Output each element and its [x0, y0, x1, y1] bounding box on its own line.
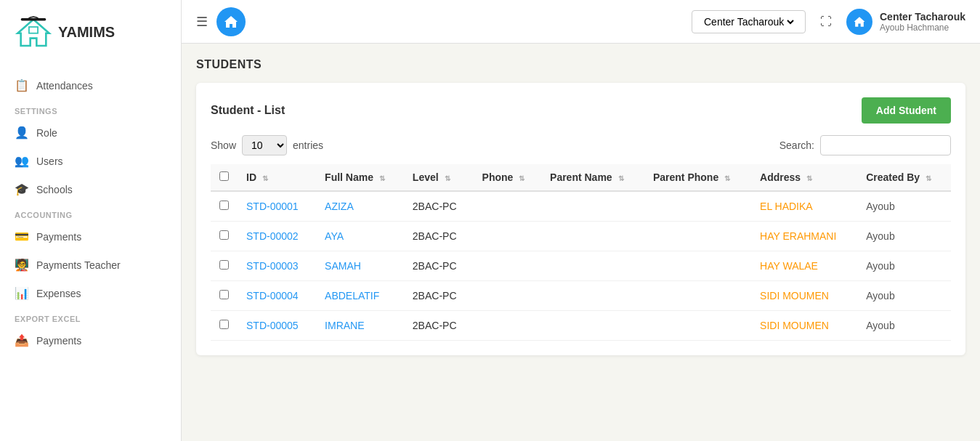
row-checkbox-cell — [211, 222, 238, 251]
sidebar-item-payments[interactable]: 💳 Payments — [0, 222, 181, 251]
phone-sort-icon[interactable]: ⇅ — [519, 174, 525, 182]
show-label: Show — [211, 139, 236, 151]
sidebar-item-schools[interactable]: 🎓 Schools — [0, 175, 181, 203]
table-row: STD-00005 IMRANE 2BAC-PC SIDI MOUMEN Ayo… — [211, 311, 951, 341]
search-input[interactable] — [820, 135, 951, 155]
row-checkbox-cell — [211, 281, 238, 311]
sidebar-nav: 📋 Attendances SETTINGS 👤 Role 👥 Users 🎓 … — [0, 64, 181, 441]
header-row: ID ⇅ Full Name ⇅ Level ⇅ Phone — [211, 164, 951, 191]
row-parent-name — [541, 191, 644, 222]
fullscreen-icon[interactable]: ⛶ — [814, 10, 838, 33]
logo-icon — [15, 13, 52, 51]
sidebar-item-label: Payments Teacher — [36, 259, 121, 271]
export-excel-section-label: EXPORT EXCEL — [0, 307, 181, 326]
col-level: Level ⇅ — [404, 164, 474, 191]
row-full-name[interactable]: ABDELATIF — [316, 281, 404, 311]
logo-area: YAMIMS — [0, 0, 181, 64]
col-parent-name-label: Parent Name — [550, 171, 612, 183]
row-address: HAY ERAHMANI — [751, 222, 857, 251]
table-row: STD-00004 ABDELATIF 2BAC-PC SIDI MOUMEN … — [211, 281, 951, 311]
sidebar-item-expenses[interactable]: 📊 Expenses — [0, 279, 181, 307]
main-area: ☰ Center Tacharouk ⛶ Center Tacharouk Ay… — [182, 0, 980, 441]
students-table: ID ⇅ Full Name ⇅ Level ⇅ Phone — [211, 164, 951, 341]
row-phone — [474, 222, 541, 251]
svg-rect-1 — [29, 27, 38, 33]
row-created-by: Ayoub — [857, 251, 951, 281]
row-checkbox[interactable] — [219, 230, 229, 240]
table-controls: Show 10 25 50 100 entries Search: — [211, 135, 951, 155]
row-full-name[interactable]: AYA — [316, 222, 404, 251]
sidebar-item-label: Payments — [36, 335, 81, 347]
expenses-icon: 📊 — [15, 286, 29, 300]
sidebar-item-role[interactable]: 👤 Role — [0, 118, 181, 147]
row-id[interactable]: STD-00004 — [238, 281, 316, 311]
user-text-info: Center Tacharouk Ayoub Hachmane — [880, 11, 965, 33]
search-label: Search: — [779, 139, 814, 151]
address-sort-icon[interactable]: ⇅ — [806, 174, 812, 182]
row-level: 2BAC-PC — [404, 311, 474, 341]
entries-select[interactable]: 10 25 50 100 — [242, 135, 287, 155]
col-phone-label: Phone — [482, 171, 514, 183]
row-parent-name — [541, 222, 644, 251]
full-name-sort-icon[interactable]: ⇅ — [379, 174, 385, 182]
row-parent-phone — [644, 191, 751, 222]
row-checkbox[interactable] — [219, 260, 229, 270]
row-full-name[interactable]: AZIZA — [316, 191, 404, 222]
table-body: STD-00001 AZIZA 2BAC-PC EL HADIKA Ayoub … — [211, 191, 951, 341]
menu-icon[interactable]: ☰ — [196, 14, 208, 30]
row-checkbox[interactable] — [219, 320, 229, 329]
col-created-by: Created By ⇅ — [857, 164, 951, 191]
row-address: EL HADIKA — [751, 191, 857, 222]
add-student-button[interactable]: Add Student — [862, 97, 951, 124]
row-id[interactable]: STD-00001 — [238, 191, 316, 222]
row-phone — [474, 281, 541, 311]
center-select-wrapper[interactable]: Center Tacharouk — [692, 10, 806, 33]
col-parent-phone: Parent Phone ⇅ — [644, 164, 751, 191]
schools-icon: 🎓 — [15, 182, 29, 196]
created-by-sort-icon[interactable]: ⇅ — [926, 174, 931, 182]
col-address-label: Address — [760, 171, 801, 183]
row-created-by: Ayoub — [857, 191, 951, 222]
row-full-name[interactable]: IMRANE — [316, 311, 404, 341]
row-checkbox[interactable] — [219, 201, 229, 210]
row-checkbox-cell — [211, 251, 238, 281]
card-header: Student - List Add Student — [211, 97, 951, 124]
sidebar-item-export-payments[interactable]: 📤 Payments — [0, 326, 181, 355]
center-select[interactable]: Center Tacharouk — [701, 15, 796, 28]
table-header: ID ⇅ Full Name ⇅ Level ⇅ Phone — [211, 164, 951, 191]
row-id[interactable]: STD-00002 — [238, 222, 316, 251]
id-sort-icon[interactable]: ⇅ — [262, 174, 268, 182]
accounting-section-label: ACCOUNTING — [0, 203, 181, 222]
sidebar-item-label: Attendances — [36, 80, 93, 92]
row-parent-name — [541, 251, 644, 281]
row-id[interactable]: STD-00003 — [238, 251, 316, 281]
row-checkbox-cell — [211, 191, 238, 222]
select-all-checkbox[interactable] — [219, 171, 229, 181]
sidebar-item-label: Schools — [36, 184, 73, 195]
payments-icon: 💳 — [15, 230, 29, 243]
user-subtitle: Ayoub Hachmane — [880, 23, 965, 33]
table-row: STD-00002 AYA 2BAC-PC HAY ERAHMANI Ayoub — [211, 222, 951, 251]
col-id: ID ⇅ — [238, 164, 316, 191]
parent-phone-sort-icon[interactable]: ⇅ — [724, 174, 730, 182]
row-created-by: Ayoub — [857, 222, 951, 251]
level-sort-icon[interactable]: ⇅ — [445, 174, 450, 182]
sidebar-item-label: Expenses — [36, 288, 81, 299]
row-level: 2BAC-PC — [404, 222, 474, 251]
row-id[interactable]: STD-00005 — [238, 311, 316, 341]
row-checkbox[interactable] — [219, 290, 229, 299]
row-level: 2BAC-PC — [404, 251, 474, 281]
col-phone: Phone ⇅ — [474, 164, 541, 191]
table-row: STD-00003 SAMAH 2BAC-PC HAY WALAE Ayoub — [211, 251, 951, 281]
avatar-icon — [852, 15, 867, 29]
table-row: STD-00001 AZIZA 2BAC-PC EL HADIKA Ayoub — [211, 191, 951, 222]
sidebar-item-attendances[interactable]: 📋 Attendances — [0, 71, 181, 100]
row-address: SIDI MOUMEN — [751, 311, 857, 341]
sidebar-item-users[interactable]: 👥 Users — [0, 147, 181, 175]
users-icon: 👥 — [15, 154, 29, 168]
parent-name-sort-icon[interactable]: ⇅ — [618, 174, 624, 182]
sidebar-item-payments-teacher[interactable]: 🧑‍🏫 Payments Teacher — [0, 251, 181, 279]
row-parent-name — [541, 311, 644, 341]
sidebar: YAMIMS 📋 Attendances SETTINGS 👤 Role 👥 U… — [0, 0, 182, 441]
row-full-name[interactable]: SAMAH — [316, 251, 404, 281]
